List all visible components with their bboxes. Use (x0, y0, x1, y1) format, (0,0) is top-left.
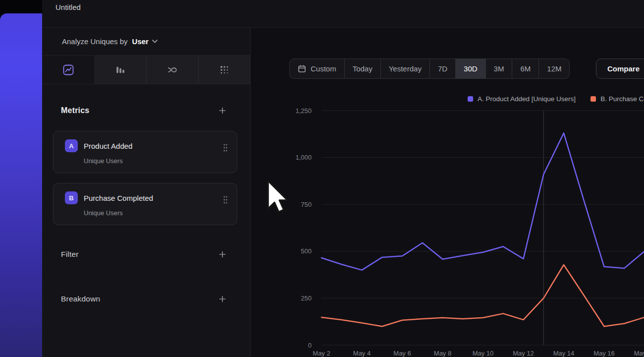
metric-card-b[interactable]: B Purchase Completed Unique Users (53, 183, 237, 225)
range-6m[interactable]: 6M (512, 59, 539, 78)
chart-panel: Custom Today Yesterday 7D 30D 3M 6M 12M … (250, 28, 644, 357)
svg-text:May 14: May 14 (553, 350, 575, 357)
legend-item-b[interactable]: B. Purchase Completed [Unique Users] (590, 95, 644, 103)
svg-text:500: 500 (301, 247, 312, 255)
view-tab-strip (42, 56, 250, 84)
report-title[interactable]: Untitled (55, 3, 81, 11)
gradient-decoration (0, 13, 42, 357)
tab-flows[interactable] (146, 56, 198, 84)
range-label: 6M (520, 64, 531, 73)
svg-text:0: 0 (308, 342, 312, 349)
legend-swatch-a (468, 96, 473, 102)
chart-legend: A. Product Added [Unique Users] B. Purch… (468, 95, 644, 103)
svg-text:May 18: May 18 (634, 350, 644, 357)
breakdown-section-header: Breakdown (42, 294, 250, 304)
analyze-by-value: User (132, 37, 149, 46)
metric-title-a: Product Added (84, 142, 132, 150)
range-label: 30D (464, 64, 478, 73)
range-custom[interactable]: Custom (290, 59, 345, 78)
analytics-app: Untitled Analyze Uniques by User (0, 0, 644, 357)
analyze-label: Analyze Uniques by (62, 37, 128, 46)
plus-icon (218, 295, 226, 303)
metric-subtitle-b[interactable]: Unique Users (84, 209, 237, 217)
retention-dots-icon (219, 64, 230, 75)
range-today[interactable]: Today (345, 59, 381, 78)
svg-text:250: 250 (301, 295, 312, 302)
topbar: Untitled (42, 0, 644, 28)
filter-heading: Filter (61, 250, 79, 259)
query-sidebar: Analyze Uniques by User Metrics (42, 28, 250, 357)
range-label: 12M (547, 64, 561, 73)
metric-menu-button-b[interactable] (222, 194, 229, 207)
metric-subtitle-a[interactable]: Unique Users (84, 157, 237, 165)
app-nav-strip (0, 0, 42, 357)
range-30d[interactable]: 30D (456, 59, 486, 78)
add-metric-button[interactable] (217, 106, 227, 116)
compare-button[interactable]: Compare (596, 59, 644, 79)
analyze-by-dropdown[interactable]: User (132, 37, 158, 46)
metric-badge-a: A (65, 139, 78, 152)
legend-label-a: A. Product Added [Unique Users] (478, 95, 576, 103)
calendar-icon (298, 64, 306, 73)
svg-text:May 2: May 2 (313, 350, 330, 357)
range-label: 7D (438, 64, 447, 73)
metric-card-a[interactable]: A Product Added Unique Users (53, 131, 237, 173)
svg-text:May 8: May 8 (434, 350, 451, 357)
svg-text:1,000: 1,000 (295, 154, 312, 161)
range-label: Today (353, 64, 373, 73)
plus-icon (218, 107, 226, 115)
filter-section-header: Filter (42, 249, 250, 260)
svg-text:May 6: May 6 (393, 350, 411, 357)
chevron-down-icon (152, 40, 158, 43)
metric-menu-button-a[interactable] (222, 142, 229, 155)
svg-text:May 12: May 12 (513, 350, 534, 357)
date-range-toolbar: Custom Today Yesterday 7D 30D 3M 6M 12M (289, 59, 570, 79)
tab-retention[interactable] (198, 56, 250, 84)
metric-card-a-top: A Product Added (54, 131, 237, 152)
metric-title-b: Purchase Completed (84, 194, 153, 202)
line-chart: 02505007501,0001,250May 2May 4May 6May 8… (251, 102, 644, 357)
drag-handle-icon (223, 143, 228, 152)
svg-text:May 16: May 16 (593, 350, 615, 357)
svg-text:May 10: May 10 (473, 350, 494, 357)
add-filter-button[interactable] (217, 249, 227, 259)
analyze-row: Analyze Uniques by User (42, 28, 250, 56)
plus-icon (218, 250, 226, 258)
metrics-heading: Metrics (61, 106, 89, 115)
flows-icon (167, 64, 178, 75)
legend-item-a[interactable]: A. Product Added [Unique Users] (468, 95, 576, 103)
metrics-section-header: Metrics (42, 105, 250, 116)
tab-line-chart[interactable] (42, 56, 94, 84)
drag-handle-icon (223, 195, 228, 204)
metric-card-b-top: B Purchase Completed (54, 183, 237, 204)
range-12m[interactable]: 12M (539, 59, 569, 78)
range-label: Custom (311, 64, 336, 73)
range-label: 3M (494, 64, 504, 73)
range-7d[interactable]: 7D (430, 59, 456, 78)
legend-swatch-b (590, 96, 596, 102)
add-breakdown-button[interactable] (217, 294, 227, 304)
svg-text:1,250: 1,250 (295, 107, 312, 115)
breakdown-heading: Breakdown (61, 295, 100, 303)
funnel-bars-icon (115, 64, 126, 75)
range-yesterday[interactable]: Yesterday (381, 59, 430, 78)
svg-text:750: 750 (301, 201, 312, 208)
tab-funnel[interactable] (94, 56, 146, 84)
range-label: Yesterday (389, 64, 422, 73)
svg-text:May 4: May 4 (353, 350, 371, 357)
legend-label-b: B. Purchase Completed [Unique Users] (600, 95, 644, 103)
line-chart-icon (63, 64, 74, 75)
range-3m[interactable]: 3M (486, 59, 513, 78)
metric-badge-b: B (65, 191, 78, 204)
